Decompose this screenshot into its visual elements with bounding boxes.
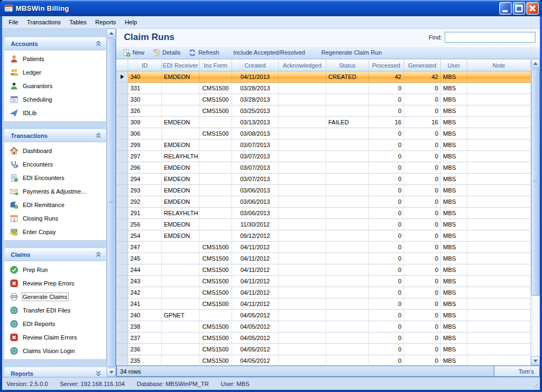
table-row[interactable]: 294EMDEON03/07/201300MBS xyxy=(116,174,531,185)
sidebar-item-enter-copay[interactable]: Enter Copay xyxy=(4,225,106,238)
status-bar: Version: 2.5.0.0Server: 192.168.116.104D… xyxy=(2,377,540,390)
table-row[interactable]: 235CMS150004/05/201200MBS xyxy=(116,355,531,366)
menu-help[interactable]: Help xyxy=(121,17,142,27)
sidebar-item-ledger[interactable]: Ledger xyxy=(4,65,106,79)
column-header-id[interactable]: ID xyxy=(128,59,162,71)
sidebar-scrollbar[interactable] xyxy=(106,29,116,377)
cell-generated: 0 xyxy=(404,253,441,264)
cell-processed: 0 xyxy=(369,162,404,174)
toolbar-button-regenerate-claim-run[interactable]: Regenerate Claim Run xyxy=(318,47,386,58)
sidebar-item-generate-claims[interactable]: Generate Claims xyxy=(4,290,106,303)
column-header-processed[interactable]: Processed xyxy=(369,59,404,71)
table-row[interactable]: 291RELAYHLTH03/06/201300MBS xyxy=(116,208,531,219)
section-header-transactions[interactable]: Transactions xyxy=(4,129,106,142)
table-row[interactable]: 293EMDEON03/06/201300MBS xyxy=(116,185,531,196)
table-row[interactable]: 241CMS150004/11/201200MBS xyxy=(116,298,531,310)
toolbar-button-details[interactable]: Details xyxy=(148,47,184,58)
sidebar-item-guarantors[interactable]: Guarantors xyxy=(4,79,106,92)
table-row[interactable]: 244CMS150004/11/201200MBS xyxy=(116,264,531,276)
column-header-user[interactable]: User xyxy=(441,59,467,71)
close-button[interactable] xyxy=(526,2,539,15)
table-row[interactable]: 236CMS150004/05/201200MBS xyxy=(116,344,531,355)
cell-created: 03/28/2013 xyxy=(232,83,279,94)
table-row[interactable]: 240GPNET04/05/201200MBS xyxy=(116,310,531,321)
table-row[interactable]: 296EMDEON03/07/201300MBS xyxy=(116,162,531,174)
sidebar-item-patients[interactable]: Patients xyxy=(4,52,106,65)
toolbar-button-refresh[interactable]: Refresh xyxy=(184,47,223,58)
cell-user: MBS xyxy=(441,196,467,208)
sidebar-item-edi-encounters[interactable]: EDI Encounters xyxy=(4,171,106,184)
table-row[interactable]: 297RELAYHLTH03/07/201300MBS xyxy=(116,151,531,162)
sidebar-item-edi-reports[interactable]: EDI Reports xyxy=(4,317,106,330)
scroll-down-arrow-icon[interactable] xyxy=(531,356,540,366)
sidebar-item-edi-remittance[interactable]: EDI Remittance xyxy=(4,198,106,211)
sidebar-item-dashboard[interactable]: Dashboard xyxy=(4,144,106,157)
cell-id: 326 xyxy=(128,105,162,117)
cell-edi-receiver: GPNET xyxy=(162,310,200,321)
toms-badge[interactable]: Tom's xyxy=(494,366,540,377)
column-header-note[interactable]: Note xyxy=(467,59,531,71)
app-icon[interactable] xyxy=(4,4,13,12)
section-header-claims[interactable]: Claims xyxy=(4,248,106,261)
sidebar-item-transfer-edi-files[interactable]: Transfer EDI Files xyxy=(4,303,106,317)
cell-created: 04/11/2012 xyxy=(232,253,279,264)
sidebar-item-label: Payments & Adjustme... xyxy=(23,188,86,195)
table-row[interactable]: 243CMS150004/11/201200MBS xyxy=(116,276,531,287)
column-header-created[interactable]: Created xyxy=(232,59,279,71)
resize-grip[interactable] xyxy=(532,382,539,389)
sidebar-item-prep-run[interactable]: Prep Run xyxy=(4,263,106,276)
column-header-edi-receiver[interactable]: EDI Receiver xyxy=(162,59,200,71)
cell-edi-receiver xyxy=(162,355,200,366)
scroll-down-arrow-icon[interactable] xyxy=(107,368,116,377)
minimize-button[interactable] xyxy=(499,2,512,15)
scroll-up-arrow-icon[interactable] xyxy=(107,29,116,38)
scrollbar-thumb[interactable] xyxy=(531,69,540,296)
table-row-selected[interactable]: 340EMDEON04/11/2013CREATED4242MBS xyxy=(116,71,531,83)
cell-acknowledged xyxy=(279,310,326,321)
table-row[interactable]: 247CMS150004/11/201200MBS xyxy=(116,242,531,253)
column-header-generated[interactable]: Generated xyxy=(404,59,441,71)
menu-transactions[interactable]: Transactions xyxy=(23,17,65,27)
sidebar-item-scheduling[interactable]: 31Scheduling xyxy=(4,92,106,106)
table-row[interactable]: 245CMS150004/11/201200MBS xyxy=(116,253,531,264)
table-row[interactable]: 237CMS150004/05/201200MBS xyxy=(116,333,531,344)
sidebar-item-payments-adjustme[interactable]: Payments & Adjustme... xyxy=(4,184,106,198)
sidebar-item-claims-vision-login[interactable]: Claims Vision Login xyxy=(4,344,106,357)
row-count-strip: 34 rows xyxy=(116,366,494,377)
table-row[interactable]: 306CMS150003/08/201300MBS xyxy=(116,128,531,139)
table-row[interactable]: 254EMDEON09/12/201200MBS xyxy=(116,230,531,242)
sidebar-item-review-claim-errors[interactable]: Review Claim Errors xyxy=(4,330,106,344)
scrollbar-thumb[interactable] xyxy=(107,38,116,367)
sidebar-item-idlib[interactable]: IDLib xyxy=(4,106,106,119)
table-row[interactable]: 331CMS150003/28/201300MBS xyxy=(116,83,531,94)
table-row[interactable]: 309EMDEON03/13/2013FAILED1616MBS xyxy=(116,117,531,128)
sidebar-item-review-prep-errors[interactable]: Review Prep Errors xyxy=(4,276,106,290)
table-row[interactable]: 330CMS150003/28/201300MBS xyxy=(116,94,531,105)
column-header-ins-form[interactable]: Ins Form xyxy=(200,59,232,71)
error-icon xyxy=(10,279,18,288)
table-row[interactable]: 238CMS150004/05/201200MBS xyxy=(116,321,531,333)
menu-file[interactable]: File xyxy=(4,17,23,27)
table-scrollbar[interactable] xyxy=(531,59,540,366)
globe-icon xyxy=(10,347,18,355)
cell-generated: 0 xyxy=(404,139,441,151)
table-row[interactable]: 299EMDEON03/07/201300MBS xyxy=(116,139,531,151)
column-header-acknowledged[interactable]: Acknowledged xyxy=(279,59,326,71)
maximize-button[interactable] xyxy=(513,2,525,15)
sidebar-item-encounters[interactable]: Encounters xyxy=(4,157,106,171)
table-row[interactable]: 256EMDEON11/30/201200MBS xyxy=(116,219,531,230)
toolbar-button-include-accepted-resolved[interactable]: Include Accepted/Resolved xyxy=(229,47,309,58)
scroll-up-arrow-icon[interactable] xyxy=(531,59,540,68)
sidebar-item-closing-runs[interactable]: 1Closing Runs xyxy=(4,211,106,225)
table-row[interactable]: 242CMS150004/11/201200MBS xyxy=(116,287,531,298)
cell-user: MBS xyxy=(441,117,467,128)
menu-reports[interactable]: Reports xyxy=(91,17,121,27)
toolbar-button-new[interactable]: New xyxy=(118,47,148,58)
cell-acknowledged xyxy=(279,128,326,139)
find-input[interactable] xyxy=(445,32,536,43)
section-header-accounts[interactable]: Accounts xyxy=(4,37,106,50)
table-row[interactable]: 326CMS150003/25/201300MBS xyxy=(116,105,531,117)
menu-tables[interactable]: Tables xyxy=(65,17,91,27)
table-row[interactable]: 292EMDEON03/06/201300MBS xyxy=(116,196,531,208)
column-header-status[interactable]: Status xyxy=(326,59,369,71)
